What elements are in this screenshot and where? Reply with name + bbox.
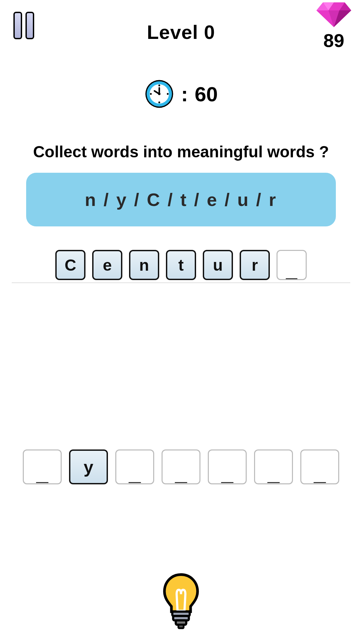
input-tile[interactable]: _ (162, 449, 200, 484)
level-title: Level 0 (147, 21, 215, 43)
empty-slot: _ (267, 456, 280, 478)
answer-tile[interactable]: e (92, 250, 122, 280)
input-tile[interactable]: _ (208, 449, 247, 484)
svg-point-17 (158, 93, 161, 95)
answer-tile[interactable]: n (129, 250, 159, 280)
instruction-text: Collect words into meaningful words ? (0, 143, 362, 161)
lightbulb-icon (159, 572, 203, 629)
empty-slot: _ (314, 456, 326, 478)
empty-slot: _ (129, 456, 141, 478)
answer-tile[interactable]: _ (277, 250, 307, 280)
hint-button[interactable] (159, 572, 203, 631)
scrambled-letters-box: n / y / C / t / e / u / r (26, 173, 336, 226)
empty-slot: _ (286, 255, 297, 275)
input-tile[interactable]: _ (300, 449, 339, 484)
svg-point-12 (158, 102, 160, 103)
timer: : 60 (144, 79, 218, 109)
answer-tile[interactable]: u (203, 250, 233, 280)
gem-counter: 89 (316, 2, 352, 51)
input-tile[interactable]: _ (254, 449, 293, 484)
answer-row: Centur_ (0, 250, 362, 287)
empty-slot: _ (221, 456, 233, 478)
answer-tile[interactable]: t (166, 250, 196, 280)
pause-bar-icon (13, 12, 22, 39)
timer-value: 60 (195, 82, 218, 106)
answer-tile[interactable]: C (55, 250, 85, 280)
input-row: _y_____ (0, 449, 362, 484)
gem-icon (316, 2, 352, 28)
pause-button[interactable] (13, 12, 34, 39)
input-tile[interactable]: _ (23, 449, 62, 484)
timer-separator: : (181, 82, 188, 106)
svg-point-11 (158, 85, 160, 86)
clock-icon (144, 79, 174, 109)
answer-tile[interactable]: r (240, 250, 270, 280)
pause-bar-icon (25, 12, 34, 39)
svg-point-14 (167, 93, 169, 95)
gem-count: 89 (323, 30, 344, 51)
empty-slot: _ (175, 456, 187, 478)
divider (12, 282, 350, 283)
svg-point-13 (150, 93, 152, 95)
scrambled-letters: n / y / C / t / e / u / r (85, 189, 277, 210)
input-tile[interactable]: _ (115, 449, 154, 484)
svg-rect-21 (178, 625, 184, 628)
input-tile[interactable]: y (69, 449, 108, 484)
empty-slot: _ (36, 456, 48, 478)
